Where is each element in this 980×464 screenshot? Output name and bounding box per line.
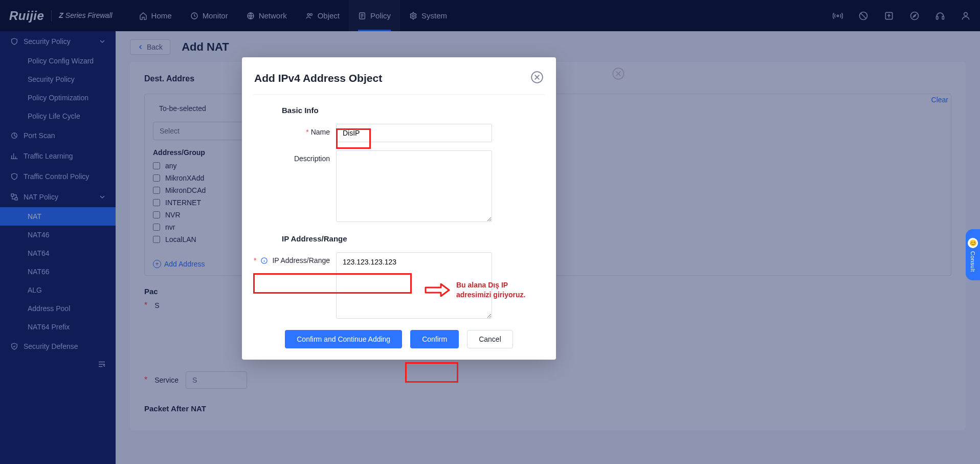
annotation-text-line: Bu alana Dış IP xyxy=(456,280,525,290)
prev-dialog-close[interactable] xyxy=(612,67,625,80)
consult-label: Consult xyxy=(970,251,976,272)
name-input[interactable] xyxy=(336,124,492,142)
annotation-text: Bu alana Dış IP adresimizi giriyoruz. xyxy=(456,280,525,300)
cancel-button[interactable]: Cancel xyxy=(467,330,513,348)
name-row: *Name xyxy=(253,124,545,142)
modal-header: Add IPv4 Address Object xyxy=(253,57,545,95)
description-input[interactable] xyxy=(336,150,492,222)
confirm-continue-button[interactable]: Confirm and Continue Adding xyxy=(285,330,402,348)
close-icon xyxy=(612,67,625,80)
ip-range-label: IP Address/Range xyxy=(272,256,330,264)
ip-range-heading: IP Address/Range xyxy=(282,234,545,243)
required-indicator: * xyxy=(306,128,308,136)
consult-face-icon: 😊 xyxy=(968,238,978,248)
modal-close[interactable] xyxy=(530,71,544,86)
add-ipv4-address-object-modal: Add IPv4 Address Object Basic Info *Name… xyxy=(242,57,556,360)
modal-title: Add IPv4 Address Object xyxy=(254,72,382,84)
description-row: Description xyxy=(253,150,545,222)
consult-tab[interactable]: 😊 Consult xyxy=(966,229,980,280)
arrow-icon xyxy=(425,283,450,297)
close-icon xyxy=(530,71,544,84)
annotation-text-line: adresimizi giriyoruz. xyxy=(456,290,525,300)
annotation-arrow-block: Bu alana Dış IP adresimizi giriyoruz. xyxy=(425,280,525,300)
name-label: Name xyxy=(311,128,330,136)
description-label: Description xyxy=(294,154,330,163)
info-icon[interactable] xyxy=(260,257,268,264)
basic-info-heading: Basic Info xyxy=(282,106,545,115)
modal-footer: Confirm and Continue Adding Confirm Canc… xyxy=(253,327,545,348)
required-indicator: * xyxy=(254,256,256,264)
confirm-button[interactable]: Confirm xyxy=(410,330,459,348)
